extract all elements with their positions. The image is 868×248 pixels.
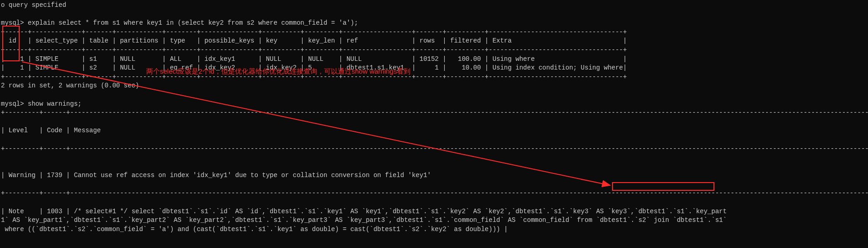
explain-command: explain select * from s1 where key1 in (…	[28, 19, 358, 27]
explain-command-line: mysql> explain select * from s1 where ke…	[1, 19, 868, 28]
warnings-border-mid2: +---------+------+----------------------…	[1, 189, 868, 198]
blank-line	[1, 180, 868, 189]
explain-border-bot: +------+-------------+-------+----------…	[1, 73, 868, 82]
warnings-row-2-line1: | Note | 1003 | /* select#1 */ select `d…	[1, 207, 868, 216]
warnings-row-2-line2: 1` AS `key_part1`,`dbtest1`.`s1`.`key_pa…	[1, 216, 868, 225]
top-fragment: o query specified	[1, 1, 868, 10]
warnings-row-2-line3: where ((`dbtest1`.`s2`.`common_field` = …	[1, 225, 868, 234]
blank-line	[1, 91, 868, 100]
blank-line	[1, 118, 868, 127]
warnings-border-top: +---------+------+----------------------…	[1, 108, 868, 118]
mysql-prompt: mysql>	[1, 100, 28, 108]
explain-row-1: | 1 | SIMPLE | s1 | NULL | ALL | idx_key…	[1, 55, 868, 64]
explain-border-mid: +------+-------------+-------+----------…	[1, 46, 868, 55]
show-warnings-command: show warnings;	[28, 100, 82, 108]
highlight-box-id-column	[2, 26, 20, 61]
blank-line	[1, 135, 868, 145]
highlight-box-join-clause	[612, 182, 714, 191]
blank-line	[1, 10, 868, 19]
explain-header-row: | id | select_type | table | partitions …	[1, 37, 868, 46]
terminal-output: o query specified mysql> explain select …	[0, 0, 868, 234]
show-warnings-command-line: mysql> show warnings;	[1, 100, 868, 109]
annotation-text: 两个select应该是2个id，但是优化器给你优化成连接查询，可以通过show …	[146, 66, 410, 76]
warnings-header-row: | Level | Code | Message	[1, 126, 868, 135]
explain-row-2: | 1 | SIMPLE | s2 | NULL | eq_ref | idx_…	[1, 64, 868, 73]
blank-line	[1, 162, 868, 172]
blank-line	[1, 198, 868, 207]
blank-line	[1, 153, 868, 162]
result-summary: 2 rows in set, 2 warnings (0.00 sec)	[1, 81, 868, 91]
warnings-border-mid: +---------+------+----------------------…	[1, 145, 868, 154]
explain-border-top: +------+-------------+-------+----------…	[1, 28, 868, 37]
warnings-row-1: | Warning | 1739 | Cannot use ref access…	[1, 171, 868, 180]
